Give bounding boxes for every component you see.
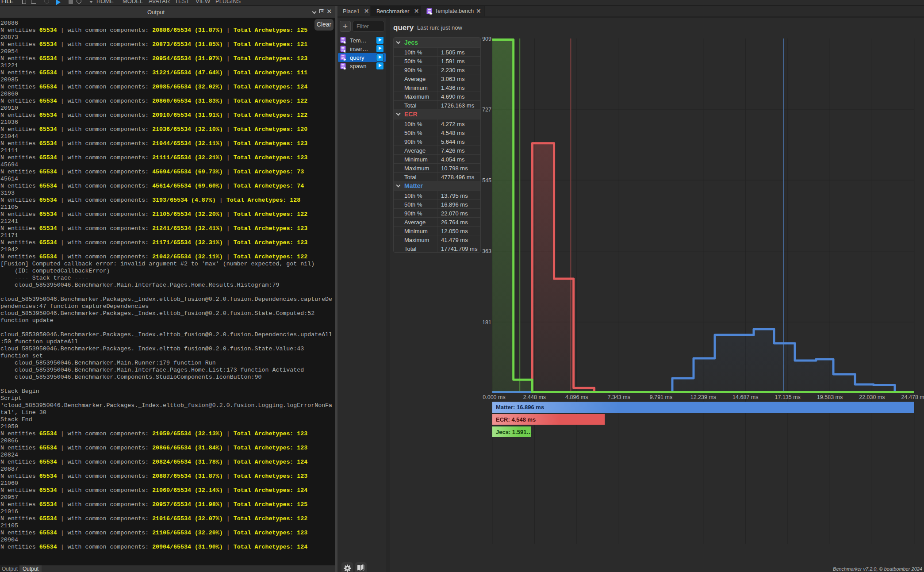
svg-text:9.791 ms: 9.791 ms [650,394,672,400]
svg-text:22.030 ms: 22.030 ms [859,394,885,400]
svg-text:7.343 ms: 7.343 ms [607,394,630,400]
svg-text:727: 727 [482,107,491,113]
svg-text:0.000 ms: 0.000 ms [483,394,505,400]
svg-text:181: 181 [482,319,491,326]
svg-text:545: 545 [482,177,491,184]
svg-text:19.583 ms: 19.583 ms [817,394,843,400]
svg-text:24.478 ms: 24.478 ms [901,394,924,400]
svg-text:14.687 ms: 14.687 ms [732,394,758,400]
svg-text:17.135 ms: 17.135 ms [775,394,801,400]
svg-text:12.239 ms: 12.239 ms [690,394,716,400]
svg-text:ECR: 4.548 ms: ECR: 4.548 ms [496,416,536,423]
svg-text:363: 363 [482,248,491,254]
svg-text:Matter: 16.896 ms: Matter: 16.896 ms [496,404,544,411]
svg-text:909: 909 [482,36,491,42]
svg-text:2.448 ms: 2.448 ms [523,394,546,400]
svg-text:4.896 ms: 4.896 ms [565,394,588,400]
svg-text:Jecs: 1.591…: Jecs: 1.591… [496,429,532,435]
